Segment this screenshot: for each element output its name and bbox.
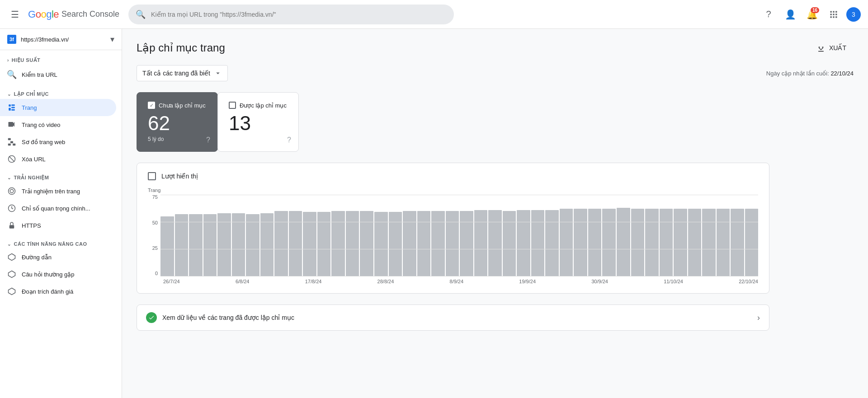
- bar: [403, 211, 416, 276]
- success-icon: [146, 312, 157, 323]
- not-indexed-card[interactable]: ✓ Chưa lập chỉ mục 62 5 lý do ?: [137, 92, 218, 152]
- section-arrow-icon: ›: [7, 58, 9, 63]
- sidebar-item-chi-so-quan-trong[interactable]: Chỉ số quan trọng chính...: [0, 200, 116, 217]
- y-tick-0: 0: [148, 271, 158, 276]
- search-icon: 🔍: [7, 70, 16, 80]
- svg-rect-27: [9, 225, 14, 229]
- notifications-button[interactable]: 🔔 16: [803, 5, 821, 23]
- metrics-icon: [7, 204, 16, 212]
- bar: [460, 211, 473, 276]
- section-arrow-icon: ⌄: [7, 92, 11, 97]
- indexed-card[interactable]: Được lập chỉ mục 13 ?: [217, 92, 299, 152]
- svg-rect-14: [9, 122, 14, 127]
- svg-rect-6: [830, 16, 832, 18]
- sidebar-item-so-do-trang-web[interactable]: Sơ đồ trang web: [0, 133, 116, 150]
- search-input[interactable]: [151, 11, 447, 18]
- bar: [417, 211, 431, 276]
- bar: [560, 209, 573, 276]
- bar: [331, 211, 345, 276]
- chevron-right-icon: ›: [757, 313, 760, 323]
- svg-rect-8: [835, 16, 837, 18]
- sidebar-item-trang[interactable]: Trang: [0, 99, 116, 116]
- apps-button[interactable]: [825, 5, 843, 23]
- sidebar-item-kiem-tra-url[interactable]: 🔍 Kiểm tra URL: [0, 65, 116, 84]
- indexed-checkbox-row: Được lập chỉ mục: [229, 102, 288, 109]
- indexed-checkbox[interactable]: [229, 102, 236, 109]
- sidebar-item-label: HTTPS: [22, 222, 41, 229]
- review-icon: [7, 287, 16, 295]
- page-header: Lập chỉ mục trang XUẤT: [137, 40, 854, 56]
- info-card[interactable]: Xem dữ liệu về các trang đã được lập chỉ…: [137, 304, 769, 331]
- bar: [617, 208, 630, 276]
- avatar[interactable]: 3: [846, 7, 861, 22]
- bar: [702, 209, 716, 276]
- bar: [474, 210, 488, 276]
- property-selector[interactable]: 3f https://3fmedia.vn/ ▾: [0, 29, 122, 50]
- app-logo[interactable]: Google Search Console: [28, 9, 119, 20]
- sidebar-item-trang-co-video[interactable]: Trang có video: [0, 116, 116, 133]
- bar: [674, 209, 687, 276]
- search-bar[interactable]: 🔍: [128, 5, 454, 24]
- account-button[interactable]: 👤: [781, 5, 799, 23]
- sidebar-item-https[interactable]: HTTPS: [0, 217, 116, 234]
- sidebar: 3f https://3fmedia.vn/ ▾ › Hiệu suất 🔍 K…: [0, 29, 122, 398]
- export-button[interactable]: XUẤT: [809, 40, 854, 56]
- bar: [531, 210, 545, 276]
- x-tick-8: 11/10/24: [664, 279, 683, 284]
- sidebar-item-doan-trich-danh-gia[interactable]: Đoạn trích đánh giá: [0, 283, 116, 300]
- bar: [588, 209, 602, 276]
- sidebar-section-tinh-nang-nang-cao: ⌄ Các tính năng nâng cao: [0, 234, 122, 248]
- svg-rect-3: [830, 14, 832, 15]
- bar: [289, 211, 302, 276]
- last-updated: Ngày cập nhật lần cuối: 22/10/24: [766, 70, 854, 77]
- sidebar-item-label: Xóa URL: [22, 156, 46, 163]
- menu-icon[interactable]: ☰: [7, 5, 23, 23]
- chart-header: Lượt hiển thị: [148, 172, 758, 180]
- chart-section: Lượt hiển thị Trang 75 50 25 0: [137, 163, 769, 294]
- sidebar-item-cau-hoi-thuong-gap[interactable]: Câu hỏi thường gặp: [0, 266, 116, 283]
- not-indexed-checkbox[interactable]: ✓: [148, 102, 155, 109]
- section-arrow-icon: ⌄: [7, 175, 11, 180]
- video-icon: [7, 121, 16, 129]
- x-tick-7: 30/9/24: [591, 279, 608, 284]
- stats-cards: ✓ Chưa lập chỉ mục 62 5 lý do ? Được lập…: [137, 92, 543, 152]
- bars-container: [160, 195, 758, 276]
- sidebar-item-label: Trang có video: [22, 122, 61, 128]
- info-card-text: Xem dữ liệu về các trang đã được lập chỉ…: [162, 314, 752, 321]
- svg-rect-17: [9, 125, 12, 126]
- app-layout: 3f https://3fmedia.vn/ ▾ › Hiệu suất 🔍 K…: [0, 29, 868, 398]
- help-button[interactable]: ?: [760, 5, 778, 23]
- page-title: Lập chỉ mục trang: [137, 42, 225, 54]
- bar: [731, 209, 744, 276]
- not-indexed-value: 62: [148, 112, 207, 134]
- filter-dropdown[interactable]: Tất cả các trang đã biết: [137, 65, 228, 81]
- y-axis-label: Trang: [148, 187, 758, 193]
- bar: [745, 209, 759, 276]
- export-label: XUẤT: [829, 44, 846, 52]
- indexed-help-icon[interactable]: ?: [287, 136, 291, 144]
- bar: [602, 209, 616, 276]
- x-tick-9: 22/10/24: [739, 279, 758, 284]
- bar: [175, 214, 189, 276]
- bar: [717, 209, 730, 276]
- bar: [203, 214, 217, 276]
- chart-checkbox[interactable]: [148, 172, 156, 180]
- bar: [431, 211, 445, 276]
- svg-marker-29: [9, 271, 15, 278]
- sitemap-icon: [7, 138, 16, 146]
- bar: [360, 211, 373, 276]
- chart-area: Trang 75 50 25 0: [148, 187, 758, 284]
- sidebar-item-duong-dan[interactable]: Đường dẫn: [0, 248, 116, 266]
- sidebar-item-trai-nghiem-tren-trang[interactable]: Trải nghiệm trên trang: [0, 183, 116, 200]
- sidebar-item-label: Kiểm tra URL: [22, 71, 57, 78]
- property-dropdown-icon: ▾: [110, 34, 114, 44]
- help-icon: ?: [766, 9, 771, 19]
- bar: [446, 211, 459, 276]
- bar: [260, 213, 274, 276]
- svg-rect-4: [833, 14, 834, 15]
- bar: [246, 214, 259, 276]
- indexed-label: Được lập chỉ mục: [240, 102, 287, 109]
- bar: [274, 211, 288, 276]
- not-indexed-help-icon[interactable]: ?: [206, 136, 210, 144]
- sidebar-item-xoa-url[interactable]: Xóa URL: [0, 150, 116, 168]
